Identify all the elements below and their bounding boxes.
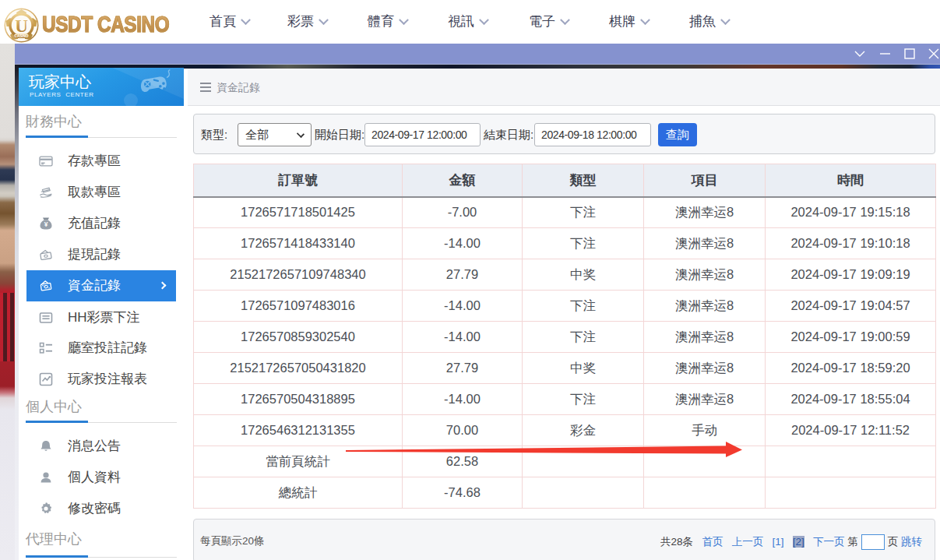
svg-text:U: U (15, 16, 28, 36)
svg-text:CASINO: CASINO (15, 34, 29, 38)
svg-text:¥: ¥ (44, 220, 48, 228)
